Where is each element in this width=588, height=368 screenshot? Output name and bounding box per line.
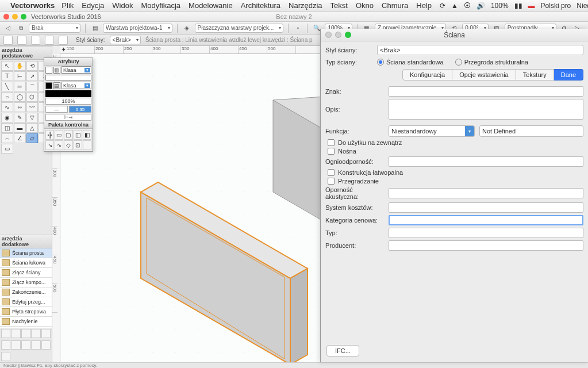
tool-callout[interactable]: ↗ (26, 71, 39, 81)
pen-swatch[interactable] (45, 82, 52, 89)
aux-plyta-stropowa[interactable]: Płyta stropowa (0, 307, 52, 317)
aux-zlacz-kompo[interactable]: Złącz kompo... (0, 278, 52, 288)
tool-bucket[interactable]: ▽ (26, 113, 39, 122)
ctrl-6[interactable]: ↘ (45, 140, 54, 150)
fill-class[interactable]: Klasa (62, 66, 91, 74)
input-typ[interactable] (389, 228, 583, 238)
tool-dim[interactable]: ⊢ (14, 71, 26, 81)
ctrl-7[interactable]: ∿ (55, 140, 63, 150)
input-opis[interactable] (389, 99, 583, 120)
link-icon[interactable]: ⧉ (16, 24, 25, 33)
mode-btn-2[interactable] (17, 36, 26, 45)
close-icon[interactable] (3, 14, 9, 20)
airplay-icon[interactable]: ▲ (451, 2, 458, 10)
ifc-button[interactable]: IFC... (326, 345, 359, 356)
volume-icon[interactable]: 🔊 (476, 2, 485, 10)
chk-outdoor[interactable]: Do użytku na zewnątrz (328, 139, 583, 146)
menu-okno[interactable]: Okno (356, 1, 374, 10)
menu-narzedzia[interactable]: Narzędzia (289, 1, 322, 10)
tool-angle[interactable]: ∠ (14, 133, 26, 143)
mode-btn-1[interactable] (3, 36, 13, 45)
ctrl-5[interactable]: ◧ (83, 130, 91, 140)
app-name[interactable]: Vectorworks (10, 1, 55, 10)
tool-ellipse[interactable]: ◯ (14, 92, 26, 102)
chk-przegr[interactable]: Przegradzanie (328, 178, 583, 185)
input-znak[interactable] (389, 86, 583, 97)
tab-tekstury[interactable]: Tekstury (516, 69, 554, 80)
menu-modyfikacja[interactable]: Modyfikacja (141, 1, 180, 10)
tool-3d[interactable]: ◫ (1, 123, 13, 133)
tool-select[interactable]: ↖ (1, 61, 13, 71)
input-koszt[interactable] (389, 202, 583, 213)
menu-widok[interactable]: Widok (112, 1, 133, 10)
tool-rotate[interactable]: ⟲ (26, 61, 39, 71)
panel-titlebar[interactable]: Ściana (321, 29, 588, 41)
tool-curve[interactable]: ⌢ (1, 133, 13, 143)
radio-partition[interactable]: Przegroda strukturalna (455, 59, 528, 66)
mode-btn-5[interactable] (59, 36, 68, 45)
ctrl-10[interactable] (83, 140, 91, 150)
aux-ic4[interactable] (31, 329, 40, 338)
ctrl-2[interactable]: ▭ (55, 130, 63, 140)
menu-architektura[interactable]: Architektura (241, 1, 280, 10)
menu-edycja[interactable]: Edycja (82, 1, 104, 10)
ctrl-4[interactable]: ◫ (74, 130, 82, 140)
tool-dline[interactable]: ═ (14, 82, 26, 91)
panel-max-icon[interactable] (345, 32, 351, 38)
tool-section[interactable]: ▱ (26, 133, 39, 143)
wifi-icon[interactable]: ⦿ (464, 2, 471, 10)
aux-ic10[interactable] (41, 340, 51, 350)
aux-sciana-prosta[interactable]: Ściana prosta (0, 248, 52, 258)
tool-line[interactable]: ╲ (1, 82, 13, 91)
style-dropdown[interactable]: <Brak> (110, 36, 141, 44)
aux-ic2[interactable] (11, 329, 20, 338)
fill-swatch[interactable] (45, 67, 52, 74)
ctrl-9[interactable]: ⊡ (74, 140, 82, 150)
ctrl-8[interactable]: ◇ (64, 140, 72, 150)
fill-icon[interactable]: ▥ (53, 67, 60, 74)
panel-close-icon[interactable] (325, 32, 332, 38)
sync-icon[interactable]: ⟳ (440, 2, 445, 10)
tool-circle[interactable]: ○ (1, 92, 13, 102)
tool-bezier[interactable]: ∿ (1, 102, 13, 112)
tool-arc[interactable]: ⌒ (26, 82, 39, 91)
aux-ic3[interactable] (21, 329, 30, 338)
menu-chmura[interactable]: Chmura (382, 1, 408, 10)
pen-icon[interactable]: ▤ (53, 82, 60, 89)
mode-btn-4[interactable] (45, 36, 54, 45)
chk-latwo[interactable]: Konstrukcja łatwopalna (328, 169, 583, 176)
layer-dropdown[interactable]: Warstwa projektowa-1 (103, 24, 172, 33)
fill-preview[interactable] (45, 75, 91, 80)
flag-icon[interactable]: ▬ (528, 2, 535, 10)
back-icon[interactable]: ◁ (3, 24, 13, 33)
attributes-palette[interactable]: Atrybuty ▥ Klasa ▤ Klasa 100% — 0,35 ⊢⊣ … (44, 57, 93, 152)
dropdown-funkcja-2[interactable]: Not Defined (479, 125, 583, 137)
aux-edytuj-przeg[interactable]: Edytuj przeg... (0, 297, 52, 307)
opacity-field[interactable]: 100% (45, 98, 91, 105)
aux-ic8[interactable] (21, 340, 30, 350)
line-start[interactable]: — (45, 106, 68, 113)
menu-plik[interactable]: Plik (62, 1, 74, 10)
tool-free[interactable]: 〰 (26, 102, 39, 112)
aux-ic11[interactable] (1, 352, 10, 361)
line-end[interactable]: ⊢⊣ (45, 114, 91, 121)
input-cena[interactable] (389, 215, 583, 225)
tool-wall[interactable]: ▬ (14, 123, 26, 133)
line-weight[interactable]: 0,35 (69, 106, 91, 113)
aux-ic6[interactable] (1, 340, 10, 350)
radio-standard[interactable]: Ściana standardowa (377, 59, 444, 66)
aux-zlacz-sciany[interactable]: Złącz ściany (0, 268, 52, 278)
tool-eyedrop[interactable]: ✎ (14, 113, 26, 122)
menu-tekst[interactable]: Tekst (330, 1, 348, 10)
mode-dropdown[interactable]: Brak (29, 24, 80, 33)
ctrl-1[interactable]: ╬ (45, 130, 54, 140)
mode-btn-3[interactable] (31, 36, 40, 45)
tool-nurbs[interactable]: ∾ (14, 102, 26, 112)
tool-poly[interactable]: ⬡ (26, 92, 39, 102)
layer-icon[interactable]: ▤ (90, 24, 99, 33)
plane-dropdown[interactable]: Płaszczyzna warstwy projek... (195, 24, 284, 33)
tab-opcje[interactable]: Opcje wstawienia (452, 69, 516, 80)
tool-pan[interactable]: ✋ (14, 61, 26, 71)
tool-roof[interactable]: △ (26, 123, 39, 133)
lang[interactable]: Polski pro (541, 2, 571, 10)
